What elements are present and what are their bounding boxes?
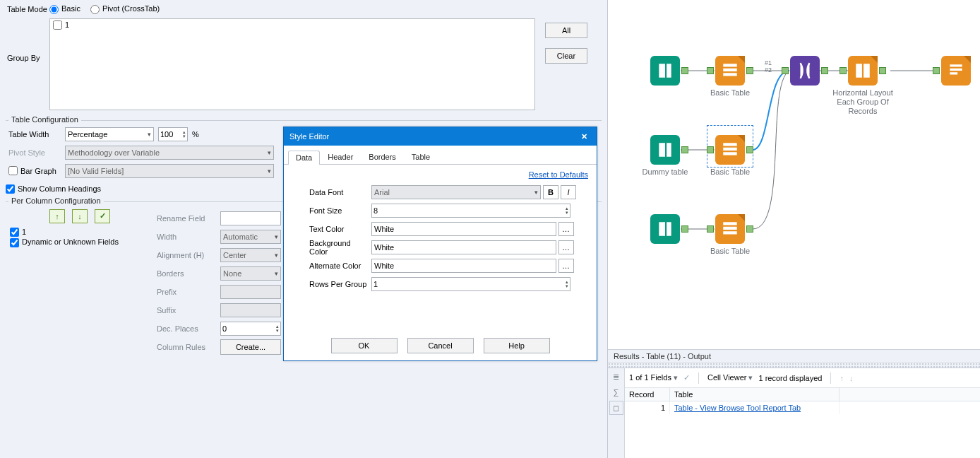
col-borders-select[interactable]: None: [220, 266, 281, 281]
tool-basic-table-2-selected[interactable]: Basic Table: [715, 135, 745, 165]
style-editor-titlebar[interactable]: Style Editor ✕: [284, 127, 597, 146]
ok-button[interactable]: OK: [331, 338, 398, 353]
col-dec-label: Dec. Places: [154, 324, 220, 333]
show-column-headings-checkbox[interactable]: Show Column Headings: [6, 184, 101, 194]
right-pane: #1 #2 Basic Table Horizontal Layout Each…: [607, 0, 980, 458]
fields-dropdown[interactable]: 1 of 1 Fields ▾: [629, 373, 678, 382]
reset-to-defaults-link[interactable]: Reset to Defaults: [292, 170, 588, 179]
tool-input-2[interactable]: Dummy table: [650, 135, 680, 165]
column-rules-create-button[interactable]: Create...: [220, 339, 281, 355]
gutter-filter-icon[interactable]: ∑: [609, 385, 623, 399]
group-by-all-button[interactable]: All: [545, 23, 587, 38]
col-prefix-label: Prefix: [154, 288, 220, 296]
apply-button[interactable]: ✓: [95, 209, 110, 223]
cell-viewer-dropdown[interactable]: Cell Viewer ▾: [707, 373, 753, 382]
font-size-label: Font Size: [292, 206, 371, 215]
col-align-select[interactable]: Center: [220, 248, 281, 262]
bg-color-picker-button[interactable]: …: [558, 240, 574, 254]
node-label-hlayout: Horizontal Layout Each Group Of Records: [824, 88, 902, 116]
group-by-item-1[interactable]: 1: [53, 20, 532, 30]
col-width-label: Width: [154, 233, 220, 241]
alt-color-label: Alternate Color: [292, 262, 371, 270]
table-width-value[interactable]: 100: [158, 127, 188, 141]
cancel-button[interactable]: Cancel: [407, 338, 474, 353]
percent-sign: %: [192, 130, 199, 139]
tool-input-1[interactable]: [650, 56, 680, 86]
group-by-clear-button[interactable]: Clear: [545, 48, 587, 64]
rows-per-group-label: Rows Per Group: [292, 280, 371, 288]
col-header-table[interactable]: Table: [670, 388, 839, 401]
text-color-picker-button[interactable]: …: [558, 222, 574, 236]
check-icon[interactable]: ✓: [683, 373, 690, 382]
mode-basic-radio[interactable]: Basic: [49, 4, 80, 14]
tab-table[interactable]: Table: [404, 150, 438, 164]
group-by-list[interactable]: 1: [49, 18, 535, 110]
node-label-bt2: Basic Table: [701, 168, 759, 177]
splitter-grip[interactable]: [608, 362, 980, 368]
results-row-1[interactable]: 1 Table - View Browse Tool Report Tab: [625, 401, 980, 414]
field-check-dynamic[interactable]: Dynamic or Unknown Fields: [10, 237, 150, 247]
tool-input-3[interactable]: [650, 214, 680, 244]
field-check-1[interactable]: 1: [10, 228, 150, 237]
gutter-browse-icon[interactable]: ◻: [609, 401, 623, 415]
bar-graph-checkbox[interactable]: Bar Graph: [6, 166, 65, 175]
prev-record-button[interactable]: ↑: [839, 374, 844, 382]
alt-color-input[interactable]: White: [371, 259, 556, 273]
tab-borders[interactable]: Borders: [361, 150, 404, 164]
table-config-legend: Table Configuration: [8, 115, 81, 124]
col-rules-label: Column Rules: [154, 343, 220, 351]
col-dec-spinner[interactable]: 0: [220, 322, 281, 336]
workflow-canvas[interactable]: #1 #2 Basic Table Horizontal Layout Each…: [608, 0, 980, 349]
group-by-label: Group By: [7, 18, 49, 62]
bold-button[interactable]: B: [543, 185, 558, 199]
col-suffix-label: Suffix: [154, 306, 220, 315]
text-color-input[interactable]: White: [371, 222, 556, 236]
alt-color-picker-button[interactable]: …: [558, 259, 574, 273]
col-suffix-input[interactable]: [220, 303, 281, 317]
record-count-label: 1 record displayed: [758, 374, 822, 382]
tab-data[interactable]: Data: [288, 151, 320, 165]
data-font-select[interactable]: Arial: [371, 185, 541, 199]
mode-pivot-radio[interactable]: Pivot (CrossTab): [90, 4, 160, 14]
table-width-mode-select[interactable]: Percentage: [65, 127, 154, 141]
tab-header[interactable]: Header: [320, 150, 361, 164]
tool-render[interactable]: [941, 56, 971, 86]
close-icon[interactable]: ✕: [577, 132, 591, 141]
move-down-button[interactable]: ↓: [72, 209, 88, 223]
next-record-button[interactable]: ↓: [849, 374, 854, 382]
per-column-legend: Per Column Configuration: [8, 196, 104, 205]
tool-horizontal-layout[interactable]: Horizontal Layout Each Group Of Records: [848, 56, 878, 86]
col-prefix-input[interactable]: [220, 285, 281, 299]
rows-per-group-spinner[interactable]: 1: [371, 277, 570, 291]
results-gutter: ≣ ∑ ◻: [608, 368, 625, 458]
tool-basic-table-3[interactable]: Basic Table: [715, 214, 745, 244]
table-mode-label: Table Mode: [7, 5, 49, 13]
bg-color-input[interactable]: White: [371, 240, 556, 254]
style-tabstrip: Data Header Borders Table: [284, 146, 597, 165]
col-align-label: Alignment (H): [154, 251, 220, 259]
group-by-item-1-text: 1: [65, 20, 69, 29]
table-mode-row: Table Mode Basic Pivot (CrossTab): [0, 0, 607, 18]
italic-button[interactable]: I: [561, 185, 576, 199]
mode-pivot-text: Pivot (CrossTab): [102, 4, 160, 13]
per-column-field-list[interactable]: 1 Dynamic or Unknown Fields: [10, 228, 150, 270]
bar-graph-field-select: [No Valid Fields]: [65, 164, 274, 178]
rename-field-label: Rename Field: [154, 214, 220, 223]
col-header-record[interactable]: Record: [625, 388, 670, 401]
pivot-style-select: Methodology over Variable: [65, 146, 274, 160]
cell-table-link[interactable]: Table - View Browse Tool Report Tab: [674, 404, 801, 412]
text-color-label: Text Color: [292, 225, 371, 233]
config-panel: Table Mode Basic Pivot (CrossTab) Group …: [0, 0, 607, 458]
tool-join-multiple[interactable]: [790, 56, 820, 86]
node-label-dummy: Dummy table: [636, 168, 694, 177]
table-width-label: Table Width: [6, 130, 65, 139]
move-up-button[interactable]: ↑: [49, 209, 65, 223]
gutter-rows-icon[interactable]: ≣: [609, 370, 623, 384]
col-width-select[interactable]: Automatic: [220, 230, 281, 244]
col-borders-label: Borders: [154, 269, 220, 278]
help-button[interactable]: Help: [484, 338, 550, 353]
style-editor-dialog: Style Editor ✕ Data Header Borders Table…: [283, 127, 597, 361]
font-size-spinner[interactable]: 8: [371, 204, 570, 218]
rename-field-input[interactable]: [220, 211, 281, 225]
tool-basic-table-1[interactable]: Basic Table: [715, 56, 745, 86]
